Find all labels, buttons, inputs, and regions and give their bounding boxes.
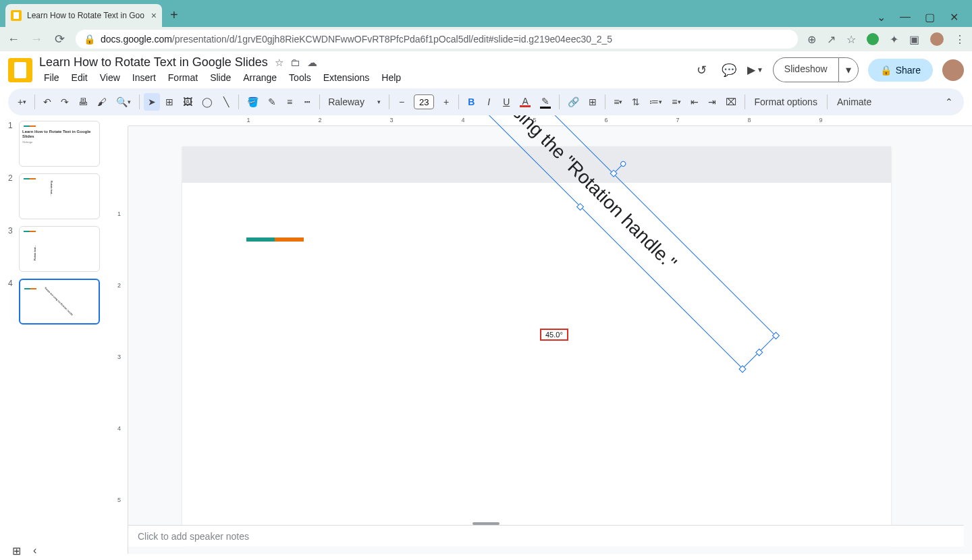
explore-icon[interactable]: ⊞ bbox=[12, 544, 21, 557]
menu-arrange[interactable]: Arrange bbox=[238, 71, 281, 84]
menu-extensions[interactable]: Extensions bbox=[319, 71, 374, 84]
shape-tool[interactable]: ◯ bbox=[198, 93, 217, 111]
menu-slide[interactable]: Slide bbox=[205, 71, 236, 84]
slideshow-button[interactable]: Slideshow bbox=[773, 57, 838, 82]
text-color-button[interactable]: A bbox=[516, 94, 535, 111]
cloud-status-icon[interactable]: ☁ bbox=[307, 57, 317, 69]
menu-edit[interactable]: Edit bbox=[67, 71, 92, 84]
undo-button[interactable]: ↶ bbox=[39, 93, 55, 111]
speaker-notes[interactable]: Click to add speaker notes bbox=[128, 525, 964, 547]
lock-icon: 🔒 bbox=[84, 34, 95, 45]
menu-bar: File Edit View Insert Format Slide Arran… bbox=[39, 69, 686, 84]
font-size-increase[interactable]: + bbox=[438, 93, 454, 111]
zoom-icon[interactable]: ⊕ bbox=[807, 33, 816, 46]
comments-icon[interactable]: 💬 bbox=[720, 63, 738, 78]
border-weight-button[interactable]: ≡ bbox=[281, 93, 298, 111]
print-button[interactable]: 🖶 bbox=[74, 93, 92, 111]
indent-decrease-button[interactable]: ⇤ bbox=[686, 93, 703, 111]
slideshow-dropdown[interactable]: ▾ bbox=[838, 57, 859, 82]
menu-format[interactable]: Format bbox=[163, 71, 202, 84]
font-size-input[interactable] bbox=[414, 94, 434, 109]
menu-file[interactable]: File bbox=[39, 71, 64, 84]
menu-insert[interactable]: Insert bbox=[128, 71, 161, 84]
history-icon[interactable]: ↺ bbox=[693, 63, 711, 78]
selected-textbox[interactable]: Rotate text using the "Rotation handle." bbox=[564, 190, 921, 548]
window-controls: ⌄ — ▢ ✕ bbox=[876, 12, 972, 27]
camera-icon: ▶ bbox=[747, 63, 755, 76]
textbox-tool[interactable]: ⊞ bbox=[161, 93, 178, 111]
document-title[interactable]: Learn How to Rotate Text in Google Slide… bbox=[39, 55, 268, 69]
select-tool[interactable]: ➤ bbox=[144, 93, 160, 111]
share-url-icon[interactable]: ↗ bbox=[827, 33, 836, 46]
thumb-number: 1 bbox=[8, 121, 15, 167]
format-options-button[interactable]: Format options bbox=[749, 94, 823, 110]
new-tab-button[interactable]: + bbox=[162, 7, 186, 27]
kebab-menu-icon[interactable]: ⋮ bbox=[954, 33, 965, 46]
font-size-decrease[interactable]: − bbox=[394, 93, 410, 111]
slide-thumbnail-1[interactable]: Learn How to Rotate Text in Google Slide… bbox=[19, 121, 100, 167]
fill-color-button[interactable]: 🪣 bbox=[243, 93, 263, 111]
lock-icon: 🔒 bbox=[880, 65, 892, 76]
profile-avatar-icon[interactable] bbox=[930, 32, 944, 46]
animate-button[interactable]: Animate bbox=[832, 94, 877, 110]
slide-thumbnail-3[interactable]: Rotate text... bbox=[19, 226, 100, 272]
insert-link-button[interactable]: 🔗 bbox=[564, 93, 583, 111]
url-host: docs.google.com bbox=[101, 34, 172, 45]
slide-thumbnail-2[interactable]: Rotate text... bbox=[19, 173, 100, 219]
line-spacing-button[interactable]: ⇅ bbox=[628, 93, 644, 111]
thumb-number: 4 bbox=[8, 279, 15, 325]
close-window-icon[interactable]: ✕ bbox=[949, 12, 959, 22]
minimize-icon[interactable]: — bbox=[900, 12, 910, 22]
highlight-button[interactable]: ✎ bbox=[536, 92, 555, 112]
sidepanel-icon[interactable]: ▣ bbox=[909, 33, 919, 46]
tab-title: Learn How to Rotate Text in Goo bbox=[27, 11, 146, 20]
numbered-list-button[interactable]: ≔▾ bbox=[645, 93, 666, 111]
border-color-button[interactable]: ✎ bbox=[264, 93, 280, 111]
new-slide-button[interactable]: + ▾ bbox=[14, 93, 30, 111]
zoom-button[interactable]: 🔍▾ bbox=[112, 93, 135, 111]
slide-thumbnail-4[interactable]: Rotate text using the Rotation handle bbox=[19, 279, 100, 325]
url-field[interactable]: 🔒 docs.google.com/presentation/d/1grvE0g… bbox=[76, 30, 798, 49]
menu-help[interactable]: Help bbox=[377, 71, 406, 84]
menu-tools[interactable]: Tools bbox=[284, 71, 316, 84]
collapse-panel-icon[interactable]: ‹ bbox=[33, 544, 36, 557]
browser-tab[interactable]: Learn How to Rotate Text in Goo × bbox=[5, 4, 162, 27]
share-button[interactable]: 🔒Share bbox=[868, 59, 933, 82]
thumb-number: 3 bbox=[8, 226, 15, 272]
bold-button[interactable]: B bbox=[463, 93, 479, 111]
line-tool[interactable]: ╲ bbox=[218, 93, 234, 111]
clear-formatting-button[interactable]: ⌧ bbox=[722, 93, 740, 111]
underline-button[interactable]: U bbox=[498, 93, 514, 111]
star-icon[interactable]: ☆ bbox=[275, 57, 284, 69]
app-header: Learn How to Rotate Text in Google Slide… bbox=[0, 51, 972, 84]
reload-icon[interactable]: ⟳ bbox=[53, 32, 66, 47]
align-button[interactable]: ≡▾ bbox=[610, 93, 626, 111]
close-tab-icon[interactable]: × bbox=[151, 10, 157, 21]
rotation-angle-badge: 45.0° bbox=[540, 329, 568, 341]
image-tool[interactable]: 🖼 bbox=[179, 93, 196, 111]
bulleted-list-button[interactable]: ≡▾ bbox=[668, 93, 684, 111]
menu-view[interactable]: View bbox=[95, 71, 125, 84]
forward-icon[interactable]: → bbox=[30, 32, 43, 47]
back-icon[interactable]: ← bbox=[7, 32, 20, 47]
font-family-select[interactable]: Raleway▾ bbox=[324, 94, 385, 110]
extensions-icon[interactable]: ✦ bbox=[890, 33, 898, 46]
chevron-down-icon[interactable]: ⌄ bbox=[876, 12, 886, 22]
collapse-toolbar-icon[interactable]: ⌃ bbox=[940, 94, 959, 110]
move-folder-icon[interactable]: 🗀 bbox=[290, 57, 300, 68]
border-dash-button[interactable]: ┅ bbox=[299, 93, 315, 111]
bookmark-star-icon[interactable]: ☆ bbox=[846, 33, 856, 46]
redo-button[interactable]: ↷ bbox=[57, 93, 73, 111]
account-avatar-icon[interactable] bbox=[942, 59, 964, 81]
slides-favicon bbox=[11, 10, 22, 21]
slides-logo-icon[interactable] bbox=[8, 58, 32, 82]
maximize-icon[interactable]: ▢ bbox=[925, 12, 934, 22]
paint-format-button[interactable]: 🖌 bbox=[93, 93, 111, 111]
extension-badge-icon[interactable] bbox=[867, 33, 879, 45]
slide-canvas[interactable]: Rotate text using the "Rotation handle."… bbox=[182, 146, 891, 544]
insert-comment-button[interactable]: ⊞ bbox=[585, 93, 601, 111]
italic-button[interactable]: I bbox=[481, 93, 497, 111]
canvas-area: 1 2 3 4 5 6 7 8 9 1 2 3 4 5 Rotate text … bbox=[113, 115, 972, 554]
indent-increase-button[interactable]: ⇥ bbox=[704, 93, 720, 111]
meet-button[interactable]: ▶▼ bbox=[747, 63, 763, 76]
